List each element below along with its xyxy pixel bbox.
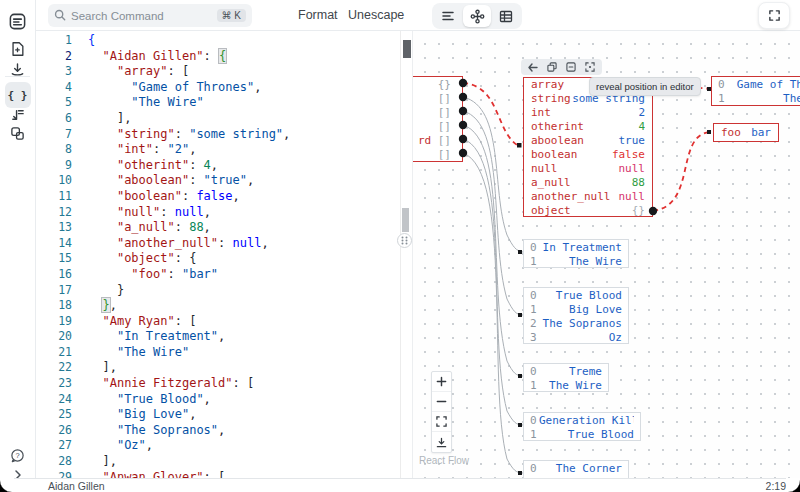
node-row: 1True Blood — [524, 428, 640, 442]
panel-splitter-bar[interactable] — [402, 208, 409, 232]
editor-line[interactable]: 6 ], — [36, 111, 400, 127]
fullscreen-button[interactable] — [758, 2, 790, 29]
array-index: 0 — [530, 289, 539, 303]
search-placeholder: Search Command — [71, 10, 217, 22]
editor-line[interactable]: 26 "The Sopranos", — [36, 423, 400, 439]
editor-line[interactable]: 23 "Annie Fitzgerald": [ — [36, 376, 400, 392]
editor-line[interactable]: 15 "object": { — [36, 251, 400, 267]
code-text: "Amy Ryan": [ — [88, 314, 196, 330]
text-view-button[interactable] — [434, 5, 462, 27]
editor-line[interactable]: 4 "Game of Thrones", — [36, 80, 400, 96]
table-view-button[interactable] — [492, 5, 520, 27]
svg-text:?: ? — [15, 451, 19, 460]
graph-view-button[interactable] — [463, 5, 491, 27]
graph-canvas[interactable]: {} [] [] []rd [] []arraystringsome strin… — [412, 31, 800, 478]
node-value: null — [558, 162, 646, 176]
editor-line[interactable]: 14 "another_null": null, — [36, 236, 400, 252]
root-object-node[interactable]: {} [] [] []rd [] [] — [412, 76, 463, 162]
line-number: 3 — [36, 64, 72, 80]
format-button[interactable]: Format — [298, 0, 338, 31]
selected-node-path: Aidan Gillen — [48, 480, 766, 492]
fit-view-button[interactable] — [432, 412, 451, 432]
node-value: 2 — [551, 106, 645, 120]
editor-line[interactable]: 1{ — [36, 33, 400, 49]
line-number: 4 — [36, 80, 72, 96]
array-node[interactable]: 0In Treatment1The Wire — [523, 239, 629, 268]
editor-scrollbar-thumb[interactable] — [403, 40, 411, 58]
node-row: another_nullnull — [524, 190, 652, 204]
array-index: 1 — [530, 255, 539, 269]
array-node[interactable]: 0Generation Kill1True Blood — [523, 412, 641, 441]
line-number: 11 — [36, 189, 72, 205]
object-child-node[interactable]: foobar — [713, 123, 779, 142]
code-text: "a_null": 88, — [88, 220, 211, 236]
editor-line[interactable]: 21 "The Wire" — [36, 345, 400, 361]
zoom-out-button[interactable] — [432, 392, 451, 412]
copy-icon[interactable] — [547, 62, 557, 72]
key-fragment — [431, 148, 438, 162]
editor-line[interactable]: 3 "array": [ — [36, 64, 400, 80]
back-arrow-icon[interactable] — [528, 63, 538, 72]
array-index: 0 — [530, 365, 539, 379]
editor-line[interactable]: 29 "Anwan Glover": [ — [36, 470, 400, 478]
compare-icon[interactable] — [5, 120, 31, 146]
array-value: True Blood — [539, 289, 622, 303]
json-visualizer-app: { } ? — [0, 0, 800, 492]
code-text: "Annie Fitzgerald": [ — [88, 376, 254, 392]
editor-line[interactable]: 18 }, — [36, 298, 400, 314]
code-text: ], — [88, 360, 117, 376]
array-node[interactable]: 0Treme1The Wire — [523, 363, 609, 392]
editor-line[interactable]: 5 "The Wire" — [36, 95, 400, 111]
array-node[interactable]: 0True Blood1Big Love2The Sopranos3Oz — [523, 287, 629, 344]
editor-line[interactable]: 16 "foo": "bar" — [36, 267, 400, 283]
collapse-node-icon[interactable] — [566, 62, 576, 72]
editor-line[interactable]: 13 "a_null": 88, — [36, 220, 400, 236]
line-number: 17 — [36, 283, 72, 299]
editor-scrollbar-track — [400, 31, 401, 478]
line-number: 12 — [36, 205, 72, 221]
search-shortcut-badge: ⌘ K — [217, 9, 246, 22]
editor-line[interactable]: 7 "string": "some string", — [36, 127, 400, 143]
editor-line[interactable]: 11 "boolean": false, — [36, 189, 400, 205]
node-row: 0Game of Thrones — [712, 78, 800, 92]
line-number: 26 — [36, 423, 72, 439]
node-row: 0In Treatment — [524, 241, 628, 255]
key-fragment — [431, 92, 438, 106]
line-number: 7 — [36, 127, 72, 143]
editor-line[interactable]: 8 "int": "2", — [36, 142, 400, 158]
unescape-button[interactable]: Unescape — [348, 0, 404, 31]
editor-line[interactable]: 28 ], — [36, 454, 400, 470]
node-key: object — [531, 204, 571, 218]
array-node[interactable]: 0The Corner — [523, 460, 629, 478]
editor-line[interactable]: 25 "Big Love", — [36, 407, 400, 423]
panel-resize-handle[interactable] — [397, 233, 412, 248]
focus-node-icon[interactable] — [585, 62, 595, 72]
editor-line[interactable]: 20 "In Treatment", — [36, 329, 400, 345]
code-text: "foo": "bar" — [88, 267, 218, 283]
editor-line[interactable]: 10 "aboolean": "true", — [36, 173, 400, 189]
array-index: 3 — [530, 331, 539, 345]
react-flow-attribution[interactable]: React Flow — [419, 455, 469, 466]
editor-line[interactable]: 24 "True Blood", — [36, 392, 400, 408]
search-command-input[interactable]: Search Command ⌘ K — [48, 4, 252, 27]
editor-line[interactable]: 27 "Oz", — [36, 438, 400, 454]
download-image-button[interactable] — [432, 432, 451, 452]
selected-object-node[interactable]: arraystringsome stringint2otherint4abool… — [523, 77, 653, 217]
editor-line[interactable]: 9 "otherint": 4, — [36, 158, 400, 174]
json-code-editor[interactable]: 1{2 "Aidan Gillen": {3 "array": [4 "Game… — [36, 31, 400, 478]
zoom-in-button[interactable] — [432, 372, 451, 392]
node-value: false — [577, 148, 645, 162]
array-index: 0 — [718, 78, 727, 92]
node-row: nullnull — [524, 162, 652, 176]
node-row: [] — [412, 106, 462, 120]
editor-line[interactable]: 2 "Aidan Gillen": { — [36, 49, 400, 65]
editor-line[interactable]: 17 } — [36, 283, 400, 299]
code-text: "aboolean": "true", — [88, 173, 254, 189]
editor-line[interactable]: 19 "Amy Ryan": [ — [36, 314, 400, 330]
code-text: "int": "2", — [88, 142, 196, 158]
editor-line[interactable]: 12 "null": null, — [36, 205, 400, 221]
editor-line[interactable]: 22 ], — [36, 360, 400, 376]
array-node[interactable]: 0Game of Thrones1The Wire — [711, 76, 800, 106]
code-text: "The Sopranos", — [88, 423, 225, 439]
download-icon[interactable] — [5, 56, 31, 82]
